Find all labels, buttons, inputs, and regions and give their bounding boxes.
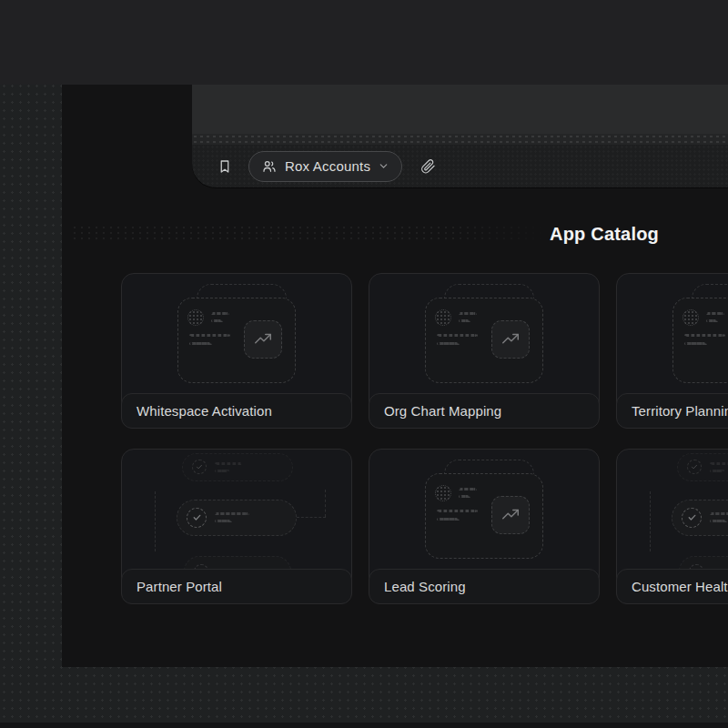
- text-line: [459, 319, 470, 322]
- front-record-shape: [177, 298, 296, 383]
- text-line: [437, 518, 460, 521]
- decorative-dot-band: [71, 225, 567, 241]
- app-card-lead-scoring[interactable]: Lead Scoring: [369, 449, 600, 604]
- card-label: Territory Planning: [632, 403, 728, 419]
- top-band: [0, 0, 728, 85]
- card-illustration: [617, 450, 728, 569]
- attach-button[interactable]: [415, 154, 440, 179]
- account-selector[interactable]: Rox Accounts: [248, 151, 402, 182]
- record-chart-illustration: [425, 460, 543, 559]
- card-label-bar: Partner Portal: [121, 569, 352, 604]
- trend-chart-icon: [244, 320, 282, 359]
- page-background: { "composer": { "bookmark_icon": "bookma…: [0, 0, 728, 728]
- text-line: [459, 488, 477, 490]
- card-label: Lead Scoring: [384, 579, 466, 594]
- app-card-partner-portal[interactable]: Partner Portal: [121, 449, 352, 604]
- account-selector-label: Rox Accounts: [285, 158, 370, 174]
- card-label-bar: Org Chart Mapping: [369, 393, 600, 429]
- card-label-bar: Territory Planning: [616, 393, 728, 429]
- connector-line: [155, 491, 156, 551]
- composer-toolbar: Rox Accounts: [192, 145, 728, 187]
- record-chart-illustration: [425, 284, 543, 383]
- bookmark-button[interactable]: [212, 154, 238, 179]
- front-record-shape: [425, 298, 543, 383]
- connector-line: [297, 517, 326, 518]
- text-line: [710, 470, 724, 472]
- text-line: [189, 334, 230, 337]
- card-label-bar: Customer Health: [616, 569, 728, 604]
- card-illustration: [122, 450, 351, 569]
- card-label-bar: Lead Scoring: [369, 569, 600, 604]
- avatar-dot-circle: [435, 485, 451, 501]
- text-line: [215, 470, 229, 472]
- text-line: [459, 312, 477, 315]
- check-circle-icon: [682, 508, 702, 528]
- text-line: [684, 342, 707, 345]
- text-line: [215, 512, 249, 515]
- card-illustration: [617, 274, 728, 393]
- app-card-org-chart-mapping[interactable]: Org Chart Mapping: [369, 273, 600, 429]
- text-line: [710, 520, 727, 522]
- checklist-illustration: [617, 450, 728, 569]
- text-line: [437, 342, 460, 345]
- card-label: Partner Portal: [136, 579, 222, 594]
- check-circle-icon: [687, 460, 702, 474]
- composer-panel: Rox Accounts: [192, 85, 728, 187]
- card-label: Customer Health: [632, 579, 728, 594]
- chevron-down-icon: [378, 160, 389, 172]
- task-pill: [679, 556, 728, 570]
- check-circle-icon: [187, 508, 207, 528]
- record-chart-illustration: [177, 284, 296, 383]
- card-illustration: [369, 274, 599, 393]
- avatar-dot-circle: [435, 309, 451, 326]
- users-icon: [261, 158, 278, 175]
- bottom-edge-strip: [0, 723, 728, 728]
- task-pill: [672, 500, 728, 536]
- text-line: [459, 495, 470, 498]
- card-illustration: [369, 450, 599, 569]
- card-label-bar: Whitespace Activation: [121, 393, 352, 429]
- text-line: [706, 312, 724, 315]
- check-circle-icon: [192, 460, 207, 474]
- front-record-shape: [425, 473, 543, 559]
- card-label: Whitespace Activation: [136, 403, 272, 419]
- text-line: [215, 520, 232, 522]
- task-pill: [182, 453, 293, 481]
- card-illustration: [122, 274, 351, 393]
- task-pill: [184, 556, 291, 570]
- text-line: [710, 512, 728, 515]
- connector-line: [325, 490, 326, 517]
- paperclip-icon: [420, 158, 436, 175]
- text-line: [211, 319, 223, 322]
- avatar-dot-circle: [187, 309, 204, 326]
- composer-dotted-seam: [192, 134, 728, 145]
- bookmark-icon: [217, 158, 233, 175]
- text-line: [684, 334, 725, 337]
- text-line: [215, 462, 242, 465]
- text-line: [437, 510, 478, 512]
- text-line: [437, 334, 478, 337]
- task-pill: [177, 500, 297, 536]
- checklist-illustration: [122, 450, 351, 569]
- task-pill: [677, 453, 728, 481]
- text-line: [710, 462, 728, 465]
- text-line: [211, 312, 229, 315]
- avatar-dot-circle: [682, 309, 699, 326]
- text-line: [706, 319, 718, 322]
- trend-chart-icon: [491, 320, 530, 359]
- page-title: App Catalog: [550, 224, 659, 245]
- app-card-customer-health[interactable]: Customer Health: [616, 449, 728, 604]
- front-record-shape: [672, 298, 728, 383]
- trend-chart-icon: [491, 496, 530, 534]
- connector-line: [650, 491, 651, 551]
- record-chart-illustration: [672, 284, 728, 383]
- composer-input-area[interactable]: [192, 85, 728, 134]
- card-label: Org Chart Mapping: [384, 403, 501, 419]
- app-card-territory-planning[interactable]: Territory Planning: [616, 273, 728, 429]
- text-line: [189, 342, 212, 345]
- app-card-whitespace-activation[interactable]: Whitespace Activation: [121, 273, 352, 429]
